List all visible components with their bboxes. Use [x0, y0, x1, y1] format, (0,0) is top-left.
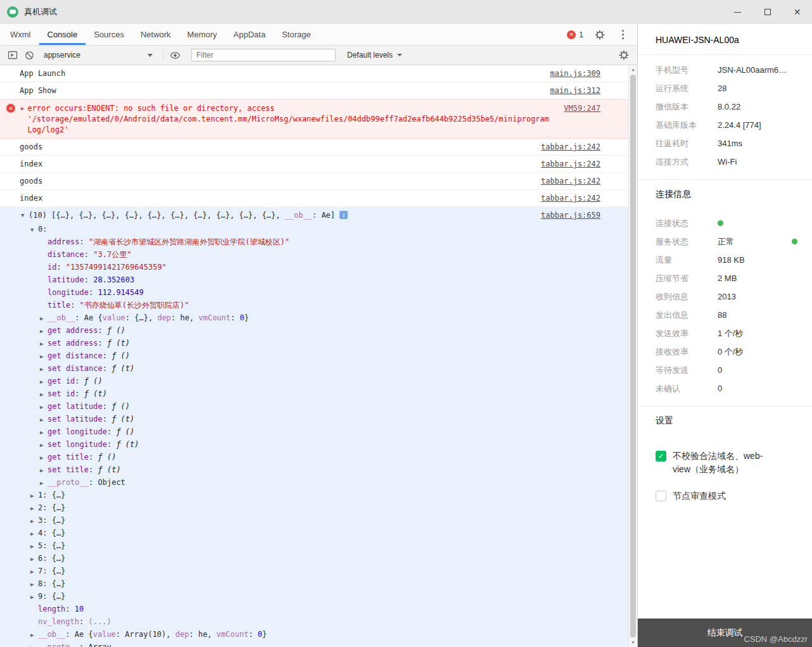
- function-signature: ƒ (): [98, 453, 116, 462]
- expand-triangle-icon[interactable]: ▶: [40, 375, 48, 388]
- property-key: set address: [48, 339, 98, 348]
- tree-text: 7: {…}: [38, 567, 65, 575]
- tree-text: :: [103, 415, 111, 424]
- console-settings-button[interactable]: [615, 47, 632, 64]
- tree-text: : {…},: [125, 313, 158, 322]
- expand-triangle-icon[interactable]: ▶: [40, 325, 48, 337]
- error-icon: ✕: [6, 104, 15, 113]
- expand-triangle-icon[interactable]: ▶: [40, 401, 48, 413]
- expand-triangle-icon[interactable]: ▶: [40, 350, 48, 363]
- expand-triangle-icon[interactable]: ▶: [21, 103, 24, 114]
- tree-row: ▶__ob__: Ae {value: {…}, dep: he, vmCoun…: [0, 311, 628, 324]
- execution-context-selector[interactable]: appservice: [38, 46, 160, 65]
- filter-input[interactable]: [191, 49, 336, 61]
- info-label: 连接方式: [656, 156, 718, 168]
- scroll-up-icon[interactable]: ▲: [629, 65, 637, 74]
- expand-triangle-icon[interactable]: ▶: [30, 629, 38, 641]
- settings-list: ✓不校验合法域名、web-view（业务域名）节点审查模式: [638, 435, 812, 503]
- live-expression-button[interactable]: [167, 47, 184, 64]
- expand-triangle-icon[interactable]: ▶: [40, 439, 48, 451]
- setting-checkbox-row[interactable]: 节点审查模式: [656, 489, 797, 503]
- source-location-link[interactable]: tabbar.js:242: [541, 142, 600, 153]
- function-signature: ƒ (t): [84, 389, 107, 398]
- checkbox-checked-icon[interactable]: ✓: [656, 451, 666, 462]
- expand-triangle-icon[interactable]: ▶: [30, 641, 38, 647]
- expand-triangle-icon[interactable]: ▶: [40, 413, 48, 426]
- expand-triangle-icon[interactable]: ▶: [30, 502, 38, 515]
- source-location-link[interactable]: main.js:312: [550, 85, 600, 96]
- number-value: 0: [258, 630, 262, 639]
- internal-property-key: dep: [175, 630, 189, 639]
- console-messages: App Launchmain.js:309App Showmain.js:312…: [0, 65, 628, 647]
- expand-triangle-icon[interactable]: ▶: [30, 591, 38, 603]
- source-location-link[interactable]: tabbar.js:242: [541, 193, 600, 204]
- status-dot-green: [792, 239, 797, 244]
- scrollbar-thumb[interactable]: [630, 75, 636, 638]
- source-location-link[interactable]: tabbar.js:242: [541, 159, 600, 170]
- array-log-row: ▼ (10) [{…}, {…}, {…}, {…}, {…}, {…}, {……: [0, 207, 628, 223]
- error-count-badge[interactable]: ✕ 1: [567, 30, 583, 39]
- expand-triangle-icon[interactable]: ▶: [30, 553, 38, 565]
- expand-triangle-icon[interactable]: ▶: [30, 515, 38, 527]
- tree-text: :: [231, 313, 239, 322]
- internal-property-key: __proto__: [38, 643, 79, 647]
- tab-appdata[interactable]: AppData: [225, 24, 274, 45]
- device-info-row: 手机型号JSN-AL00aarm6…: [656, 61, 799, 79]
- expand-triangle-icon[interactable]: ▶: [40, 312, 48, 325]
- checkbox-unchecked-icon[interactable]: [656, 491, 666, 501]
- tree-text: : Object: [89, 478, 125, 487]
- property-key: id: [48, 263, 56, 272]
- device-info-row: 收到信息2013: [656, 287, 799, 306]
- info-label: 运行系统: [656, 83, 718, 94]
- info-icon[interactable]: i: [339, 211, 348, 219]
- tree-row: ▶set address: ƒ (t): [0, 337, 628, 349]
- tree-text: 9: {…}: [38, 592, 65, 601]
- info-value: 88: [718, 310, 799, 320]
- eye-icon: [170, 50, 181, 61]
- expand-triangle-icon[interactable]: ▶: [30, 565, 38, 578]
- expand-triangle-icon[interactable]: ▶: [40, 363, 48, 375]
- close-button[interactable]: ✕: [782, 0, 812, 24]
- scroll-down-icon[interactable]: ▼: [629, 638, 637, 647]
- tab-sources[interactable]: Sources: [86, 24, 132, 45]
- device-info-row: 基础库版本2.24.4 [774]: [656, 116, 799, 134]
- end-debug-button[interactable]: 结束调试: [638, 619, 812, 647]
- expand-triangle-icon[interactable]: ▶: [30, 540, 38, 553]
- more-menu-button[interactable]: [616, 28, 629, 41]
- collapse-triangle-icon[interactable]: ▼: [30, 223, 38, 236]
- expand-triangle-icon[interactable]: ▶: [40, 477, 48, 489]
- log-levels-dropdown[interactable]: Default levels: [343, 51, 406, 60]
- source-location-link[interactable]: tabbar.js:659: [541, 210, 600, 221]
- devtools-settings-button[interactable]: [593, 28, 606, 41]
- array-preview: (10) [{…}, {…}, {…}, {…}, {…}, {…}, {…},…: [29, 210, 335, 221]
- console-toolbar: appservice Default levels: [0, 46, 637, 65]
- expand-triangle-icon[interactable]: ▶: [30, 527, 38, 540]
- internal-property-key: vmCount: [198, 313, 231, 322]
- expand-triangle-icon[interactable]: ▶: [40, 451, 48, 464]
- source-location-link[interactable]: tabbar.js:242: [541, 176, 600, 187]
- expand-triangle-icon[interactable]: ▶: [40, 426, 48, 439]
- expand-triangle-icon[interactable]: ▶: [40, 464, 48, 477]
- tab-storage[interactable]: Storage: [274, 24, 319, 45]
- expand-triangle-icon[interactable]: ▶: [40, 337, 48, 350]
- tab-wxml[interactable]: Wxml: [2, 24, 39, 45]
- tab-network[interactable]: Network: [132, 24, 179, 45]
- source-location-link[interactable]: VM59:247: [564, 103, 600, 114]
- expand-triangle-icon[interactable]: ▶: [30, 489, 38, 502]
- tab-console[interactable]: Console: [39, 24, 86, 45]
- expand-triangle-icon[interactable]: ▶: [40, 388, 48, 401]
- tab-memory[interactable]: Memory: [179, 24, 225, 45]
- tree-text: 8: {…}: [38, 579, 65, 588]
- collapse-triangle-icon[interactable]: ▼: [21, 210, 29, 221]
- setting-checkbox-row[interactable]: ✓不校验合法域名、web-view（业务域名）: [656, 449, 797, 476]
- tab-strip: WxmlConsoleSourcesNetworkMemoryAppDataSt…: [2, 24, 319, 45]
- clear-console-button[interactable]: [21, 47, 38, 64]
- expand-triangle-icon[interactable]: ▶: [30, 578, 38, 591]
- minimize-button[interactable]: [723, 0, 752, 24]
- tabbar-right-actions: ✕ 1: [567, 24, 637, 45]
- console-scrollbar[interactable]: ▲ ▼: [628, 65, 637, 647]
- maximize-button[interactable]: [752, 0, 782, 24]
- console-panel-button[interactable]: [4, 47, 21, 64]
- source-location-link[interactable]: main.js:309: [550, 68, 600, 79]
- function-signature: ƒ (): [116, 427, 134, 436]
